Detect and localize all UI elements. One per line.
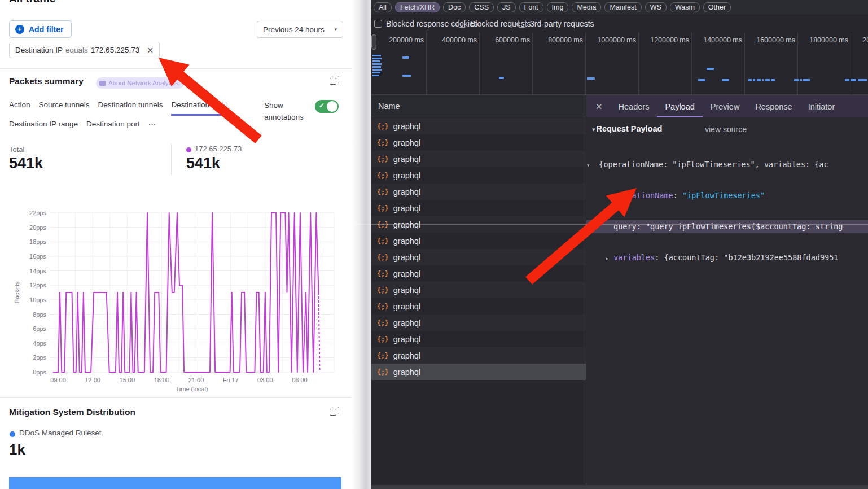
checkbox-box[interactable] [518,20,526,28]
series-ip-label: 172.65.225.73 [195,145,242,153]
triangle-down-icon: ▾ [592,126,595,133]
filter-pill-ws[interactable]: WS [645,2,667,12]
close-icon[interactable]: ✕ [586,102,611,112]
checkbox-3rd-party-requests[interactable]: 3rd-party requests [518,19,594,28]
request-row-graphql[interactable]: {;}graphql [371,265,586,282]
filter-pill-manifest[interactable]: Manifest [604,2,641,12]
detail-tab-initiator[interactable]: Initiator [800,95,843,118]
svg-text:03:00: 03:00 [257,377,273,383]
show-annotations-toggle[interactable]: ✓ [315,100,339,113]
triangle-down-icon: ▾ [586,162,590,168]
mitigation-title: Mitigation System Distribution [9,407,135,417]
add-filter-button[interactable]: + Add filter [9,20,72,38]
packets-tab--[interactable]: ⋯ [148,120,156,133]
request-row-graphql[interactable]: {;}graphql [371,151,586,167]
view-source-link[interactable]: view source [705,125,747,134]
detail-tab-response[interactable]: Response [747,95,800,118]
payload-line-root[interactable]: ▾ {operationName: "ipFlowTimeseries", va… [586,158,868,171]
request-row-graphql[interactable]: {;}graphql [371,134,586,151]
request-row-graphql[interactable]: {;}graphql [371,315,586,331]
detail-tab-headers[interactable]: Headers [611,95,657,118]
analytics-panel: All traffic + Add filter Previous 24 hou… [0,0,352,489]
checkbox-box[interactable] [458,20,466,28]
request-payload-title: Request Payload [597,124,663,133]
request-row-graphql[interactable]: {;}graphql [371,233,586,249]
payload-line-variables[interactable]: ▸ variables: {accountTag: "b12e3b2192ee5… [586,251,868,264]
screenshot-seam-line [352,224,868,225]
waterfall-bar [803,79,810,81]
checkbox-box[interactable] [374,20,382,28]
json-braces-icon: {;} [377,319,389,327]
packets-tab-destination-ip[interactable]: Destination IPⓘ [171,101,227,116]
request-name: graphql [393,220,420,229]
request-payload-section[interactable]: ▾Request Payload [592,124,662,133]
network-overview-timeline[interactable]: 200000 ms400000 ms600000 ms800000 ms1000… [371,33,868,95]
json-braces-icon: {;} [377,254,389,261]
svg-text:20pps: 20pps [29,224,46,231]
total-label: Total [9,145,24,154]
about-network-analytics-badge[interactable]: About Network Analytics [96,77,184,89]
time-range-dropdown[interactable]: Previous 24 hours ▾ [257,21,343,38]
filter-pill-other[interactable]: Other [703,2,731,12]
request-name: graphql [393,269,420,278]
detail-tab-preview[interactable]: Preview [703,95,748,118]
filter-pill-font[interactable]: Font [519,2,543,12]
payload-line-query[interactable]: query: "query ipFlowTimeseries($accountT… [586,220,868,233]
waterfall-bar [372,58,382,59]
waterfall-bar [748,79,752,81]
filter-pill-wasm[interactable]: Wasm [670,2,700,12]
request-row-graphql[interactable]: {;}graphql [371,118,586,134]
json-braces-icon: {;} [377,204,389,212]
request-row-graphql[interactable]: {;}graphql [371,331,586,347]
detail-tab-payload[interactable]: Payload [657,95,702,118]
waterfall-bar [800,79,802,81]
request-name: graphql [393,351,420,360]
check-icon: ✓ [319,102,325,110]
request-row-graphql[interactable]: {;}graphql [371,216,586,233]
svg-text:09:00: 09:00 [50,377,66,383]
packets-tabs-row-1: ActionSource tunnelsDestination tunnelsD… [9,101,227,116]
filter-pill-fetch-xhr[interactable]: Fetch/XHR [395,2,440,12]
json-braces-icon: {;} [377,286,389,294]
window-bottom-edge [371,485,868,489]
request-name: graphql [393,368,420,377]
request-row-graphql[interactable]: {;}graphql [371,184,586,200]
svg-text:16pps: 16pps [29,253,46,260]
request-row-graphql[interactable]: {;}graphql [371,347,586,364]
expand-icon[interactable] [330,78,336,85]
close-icon[interactable]: ✕ [147,46,154,55]
filter-pill-img[interactable]: Img [547,2,569,12]
request-name: graphql [393,318,420,328]
filter-pill-media[interactable]: Media [572,2,601,12]
info-icon: ⓘ [221,101,227,109]
waterfall-bar [794,79,799,81]
waterfall-bar [771,79,775,81]
packets-tab-source-tunnels[interactable]: Source tunnels [39,101,90,116]
filter-checkboxes: Blocked response cookiesBlocked requests… [371,15,868,33]
page-title: All traffic [9,0,55,5]
waterfall-bar [372,55,381,56]
packets-tab-action[interactable]: Action [9,101,30,116]
name-column-header[interactable]: Name [371,95,586,117]
packets-tab-destination-port[interactable]: Destination port [86,120,140,133]
request-row-graphql[interactable]: {;}graphql [371,364,586,380]
filter-pill-css[interactable]: CSS [469,2,494,12]
filter-chip[interactable]: Destination IP equals 172.65.225.73 ✕ [9,42,160,58]
caret-down-icon: ▾ [334,27,337,32]
filter-pill-doc[interactable]: Doc [443,2,466,12]
request-row-graphql[interactable]: {;}graphql [371,249,586,265]
waterfall-bar [499,77,504,79]
panel-scrollbar-gutter[interactable] [352,0,371,489]
filter-pill-js[interactable]: JS [497,2,516,12]
expand-icon[interactable] [330,409,336,416]
packets-tab-destination-tunnels[interactable]: Destination tunnels [98,101,163,116]
request-row-graphql[interactable]: {;}graphql [371,298,586,315]
request-row-graphql[interactable]: {;}graphql [371,200,586,216]
filter-pill-all[interactable]: All [374,2,392,12]
svg-text:06:00: 06:00 [292,377,308,383]
svg-text:6pps: 6pps [33,325,46,332]
packets-tab-destination-ip-range[interactable]: Destination IP range [9,120,78,133]
request-row-graphql[interactable]: {;}graphql [371,282,586,298]
svg-text:12pps: 12pps [29,282,46,289]
request-row-graphql[interactable]: {;}graphql [371,167,586,184]
